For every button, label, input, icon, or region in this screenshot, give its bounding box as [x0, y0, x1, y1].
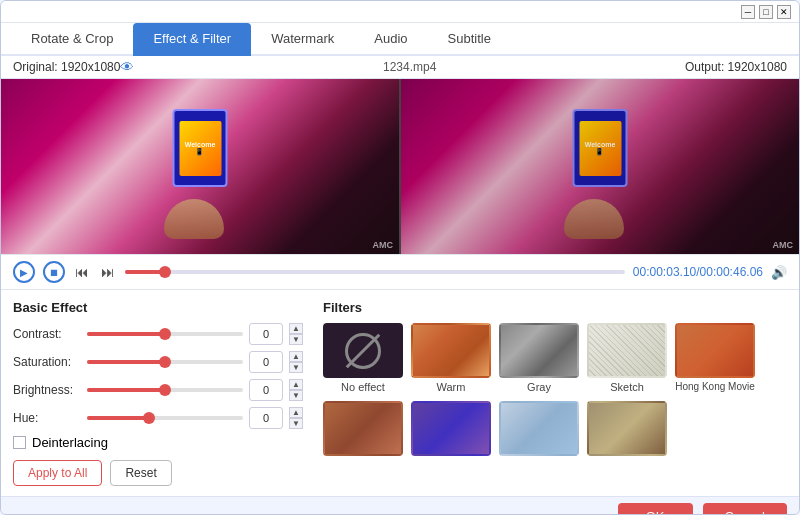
saturation-fill — [87, 360, 165, 364]
title-bar: ─ □ ✕ — [1, 1, 799, 23]
output-resolution: Output: 1920x1080 — [685, 60, 787, 74]
filter-gray[interactable]: Gray — [499, 323, 579, 393]
saturation-slider[interactable] — [87, 360, 243, 364]
tablet-screen-left: Welcome📱 — [179, 121, 221, 176]
contrast-slider[interactable] — [87, 332, 243, 336]
apply-to-all-button[interactable]: Apply to All — [13, 460, 102, 486]
saturation-up[interactable]: ▲ — [289, 351, 303, 362]
skip-back-button[interactable]: ⏮ — [73, 264, 91, 280]
eye-icon[interactable]: 👁 — [120, 59, 134, 75]
filter-hk-movie[interactable]: Hong Kong Movie — [675, 323, 755, 393]
hue-down[interactable]: ▼ — [289, 418, 303, 429]
filter-no-effect[interactable]: No effect — [323, 323, 403, 393]
deinterlacing-row: Deinterlacing — [13, 435, 303, 450]
ok-button[interactable]: OK — [618, 503, 693, 515]
progress-thumb[interactable] — [159, 266, 171, 278]
bottom-area: Basic Effect Contrast: 0 ▲ ▼ Saturation:… — [1, 290, 799, 496]
video-bg-left: Welcome📱 — [1, 79, 399, 254]
tablet-screen-right: Welcome📱 — [579, 121, 621, 176]
video-info-bar: Original: 1920x1080 👁 1234.mp4 Output: 1… — [1, 56, 799, 79]
filter-name-no-effect: No effect — [341, 381, 385, 393]
skip-forward-button[interactable]: ⏭ — [99, 264, 117, 280]
cancel-button[interactable]: Cancel — [703, 503, 787, 515]
filter-name-hk: Hong Kong Movie — [675, 381, 755, 392]
saturation-label: Saturation: — [13, 355, 81, 369]
volume-icon[interactable]: 🔊 — [771, 265, 787, 280]
filter-name-sketch: Sketch — [610, 381, 644, 393]
video-panel-output: Welcome📱 AMC — [399, 79, 799, 254]
tab-subtitle[interactable]: Subtitle — [428, 23, 511, 56]
basic-effect-panel: Basic Effect Contrast: 0 ▲ ▼ Saturation:… — [13, 300, 303, 486]
brightness-value: 0 — [249, 379, 283, 401]
filter-warm[interactable]: Warm — [411, 323, 491, 393]
contrast-up[interactable]: ▲ — [289, 323, 303, 334]
brightness-slider[interactable] — [87, 388, 243, 392]
hue-spinner: ▲ ▼ — [289, 407, 303, 429]
hand-overlay-left — [164, 199, 224, 239]
video-bg-right: Welcome📱 — [401, 79, 799, 254]
hue-up[interactable]: ▲ — [289, 407, 303, 418]
filter-thumb-warm — [411, 323, 491, 378]
tab-audio[interactable]: Audio — [354, 23, 427, 56]
video-panels: Welcome📱 AMC Welcome📱 AMC — [1, 79, 799, 254]
brightness-fill — [87, 388, 165, 392]
hue-row: Hue: 0 ▲ ▼ — [13, 407, 303, 429]
brightness-row: Brightness: 0 ▲ ▼ — [13, 379, 303, 401]
tab-watermark[interactable]: Watermark — [251, 23, 354, 56]
tab-effect-filter[interactable]: Effect & Filter — [133, 23, 251, 56]
video-panel-original: Welcome📱 AMC — [1, 79, 399, 254]
saturation-down[interactable]: ▼ — [289, 362, 303, 373]
brightness-thumb[interactable] — [159, 384, 171, 396]
contrast-label: Contrast: — [13, 327, 81, 341]
video-filename: 1234.mp4 — [134, 60, 684, 74]
filter-thumb-6 — [411, 401, 491, 456]
tab-bar: Rotate & Crop Effect & Filter Watermark … — [1, 23, 799, 56]
brightness-label: Brightness: — [13, 383, 81, 397]
filter-thumb-5 — [323, 401, 403, 456]
hue-slider[interactable] — [87, 416, 243, 420]
filter-thumb-8 — [587, 401, 667, 456]
contrast-value: 0 — [249, 323, 283, 345]
brightness-down[interactable]: ▼ — [289, 390, 303, 401]
saturation-row: Saturation: 0 ▲ ▼ — [13, 351, 303, 373]
tablet-device-left: Welcome📱 — [173, 109, 228, 187]
filter-7[interactable] — [499, 401, 579, 459]
minimize-button[interactable]: ─ — [741, 5, 755, 19]
deinterlacing-checkbox[interactable] — [13, 436, 26, 449]
footer: OK Cancel — [1, 496, 799, 515]
filters-panel: Filters No effect Warm Gray — [323, 300, 787, 486]
basic-effect-title: Basic Effect — [13, 300, 303, 315]
tablet-device-right: Welcome📱 — [573, 109, 628, 187]
time-display: 00:00:03.10/00:00:46.06 — [633, 265, 763, 279]
saturation-value: 0 — [249, 351, 283, 373]
play-button[interactable]: ▶ — [13, 261, 35, 283]
saturation-thumb[interactable] — [159, 356, 171, 368]
sketch-lines — [589, 325, 665, 376]
watermark-right: AMC — [773, 240, 794, 250]
hue-value: 0 — [249, 407, 283, 429]
reset-button[interactable]: Reset — [110, 460, 171, 486]
filter-thumb-no-effect — [323, 323, 403, 378]
no-effect-icon — [345, 333, 381, 369]
filter-5[interactable] — [323, 401, 403, 459]
stop-button[interactable]: ⏹ — [43, 261, 65, 283]
contrast-down[interactable]: ▼ — [289, 334, 303, 345]
maximize-button[interactable]: □ — [759, 5, 773, 19]
filter-sketch[interactable]: Sketch — [587, 323, 667, 393]
tab-rotate-crop[interactable]: Rotate & Crop — [11, 23, 133, 56]
contrast-thumb[interactable] — [159, 328, 171, 340]
watermark-left: AMC — [373, 240, 394, 250]
filter-thumb-7 — [499, 401, 579, 456]
hand-overlay-right — [564, 199, 624, 239]
contrast-fill — [87, 332, 165, 336]
filter-6[interactable] — [411, 401, 491, 459]
filters-title: Filters — [323, 300, 787, 315]
original-resolution: Original: 1920x1080 — [13, 60, 120, 74]
hue-thumb[interactable] — [143, 412, 155, 424]
filter-8[interactable] — [587, 401, 667, 459]
playback-bar: ▶ ⏹ ⏮ ⏭ 00:00:03.10/00:00:46.06 🔊 — [1, 254, 799, 290]
brightness-up[interactable]: ▲ — [289, 379, 303, 390]
close-button[interactable]: ✕ — [777, 5, 791, 19]
progress-track[interactable] — [125, 270, 625, 274]
hue-label: Hue: — [13, 411, 81, 425]
